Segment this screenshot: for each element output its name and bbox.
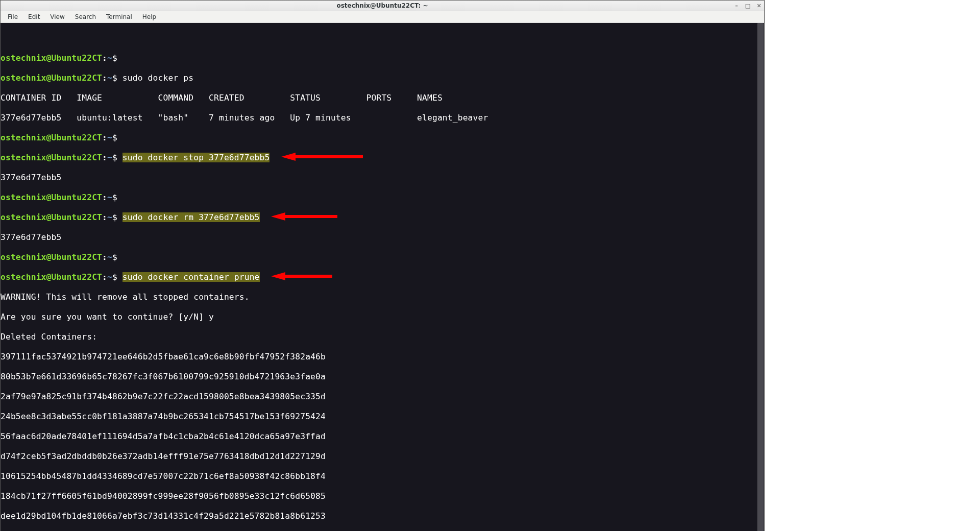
prompt-path: ~ <box>107 53 112 63</box>
scrollbar[interactable] <box>757 23 764 531</box>
svg-marker-2 <box>271 272 332 280</box>
deleted-hash: 10615254bb45487b1dd4334689cd7e57007c22b7… <box>1 471 764 481</box>
scrollbar-thumb[interactable] <box>757 23 764 531</box>
window-title: ostechnix@Ubuntu22CT: ~ <box>336 2 428 9</box>
arrow-icon <box>271 212 337 221</box>
deleted-hash: 80b53b7e661d33696b65c78267fc3f067b610079… <box>1 372 764 382</box>
titlebar[interactable]: ostechnix@Ubuntu22CT: ~ – □ ✕ <box>1 1 764 11</box>
cmd-docker-ps: sudo docker ps <box>122 73 193 83</box>
maximize-button[interactable]: □ <box>745 3 751 9</box>
ps-row: 377e6d77ebb5 ubuntu:latest "bash" 7 minu… <box>1 113 764 123</box>
deleted-hash: 2af79e97a825c91bf374b4862b9e7c22fc22acd1… <box>1 392 764 402</box>
deleted-hash: 397111fac5374921b974721ee646b2d5fbae61ca… <box>1 352 764 362</box>
menu-file[interactable]: File <box>3 12 23 21</box>
terminal-viewport[interactable]: ostechnix@Ubuntu22CT:~$ ostechnix@Ubuntu… <box>1 23 764 531</box>
deleted-header: Deleted Containers: <box>1 332 764 342</box>
menu-edit[interactable]: Edit <box>23 12 45 21</box>
terminal-window: ostechnix@Ubuntu22CT: ~ – □ ✕ File Edit … <box>0 0 765 531</box>
prompt-dollar: $ <box>112 53 122 63</box>
close-button[interactable]: ✕ <box>756 3 762 9</box>
prompt-sep: : <box>102 53 107 63</box>
deleted-hash: 56faac6d20ade78401ef111694d5a7afb4c1cba2… <box>1 431 764 442</box>
menubar: File Edit View Search Terminal Help <box>1 11 764 23</box>
menu-help[interactable]: Help <box>137 12 161 21</box>
arrow-icon <box>281 153 363 161</box>
output-container-id-2: 377e6d77ebb5 <box>1 232 764 243</box>
menu-search[interactable]: Search <box>70 12 101 21</box>
prune-warning: WARNING! This will remove all stopped co… <box>1 292 764 302</box>
window-controls: – □ ✕ <box>733 1 762 11</box>
deleted-hash: d74f2ceb5f3ad2dbddb0b26e372adb14efff91e7… <box>1 451 764 462</box>
output-container-id: 377e6d77ebb5 <box>1 173 764 183</box>
ps-header: CONTAINER ID IMAGE COMMAND CREATED STATU… <box>1 93 764 103</box>
deleted-hash: 24b5ee8c3d3abe55cc0bf181a3887a74b9bc2653… <box>1 412 764 422</box>
deleted-hash: dee1d29bd104fb1de81066a7ebf3c73d14331c4f… <box>1 511 764 521</box>
terminal-content[interactable]: ostechnix@Ubuntu22CT:~$ ostechnix@Ubuntu… <box>1 43 764 531</box>
prune-confirm: Are you sure you want to continue? [y/N]… <box>1 312 764 322</box>
arrow-icon <box>271 272 332 280</box>
menu-view[interactable]: View <box>45 12 69 21</box>
cmd-docker-rm: sudo docker rm 377e6d77ebb5 <box>122 212 260 222</box>
deleted-hash: 184cb71f27ff6605f61bd94002899fc999ee28f9… <box>1 491 764 501</box>
cmd-docker-prune: sudo docker container prune <box>122 272 260 282</box>
cmd-docker-stop: sudo docker stop 377e6d77ebb5 <box>122 153 270 162</box>
menu-terminal[interactable]: Terminal <box>101 12 137 21</box>
minimize-button[interactable]: – <box>733 3 740 9</box>
prompt-user: ostechnix@Ubuntu22CT <box>1 53 102 63</box>
svg-marker-1 <box>271 212 337 221</box>
svg-marker-0 <box>281 153 363 161</box>
